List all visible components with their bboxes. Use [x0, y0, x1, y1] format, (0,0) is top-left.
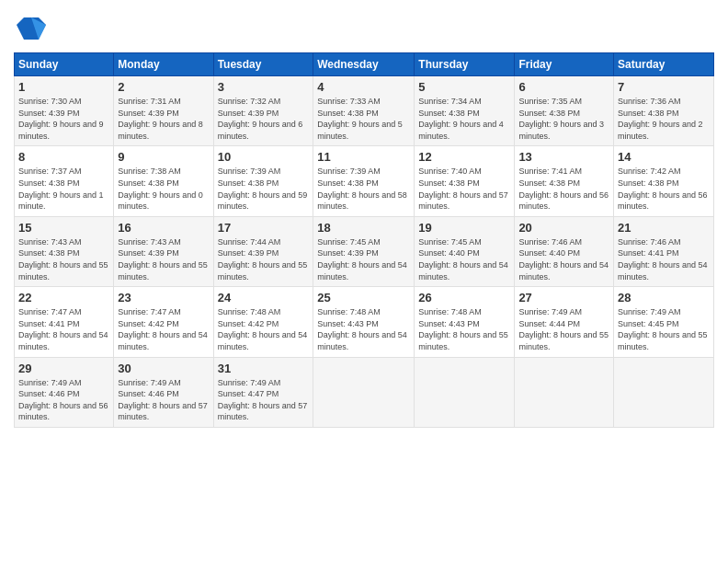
calendar-cell: 15Sunrise: 7:43 AMSunset: 4:38 PMDayligh… [15, 216, 114, 286]
page-container: SundayMondayTuesdayWednesdayThursdayFrid… [0, 0, 728, 437]
calendar-week-row: 8Sunrise: 7:37 AMSunset: 4:38 PMDaylight… [15, 146, 714, 216]
calendar-week-row: 15Sunrise: 7:43 AMSunset: 4:38 PMDayligh… [15, 216, 714, 286]
logo-icon [17, 14, 46, 43]
day-number: 4 [317, 80, 410, 94]
calendar-cell: 9Sunrise: 7:38 AMSunset: 4:38 PMDaylight… [114, 146, 213, 216]
day-detail: Sunrise: 7:47 AMSunset: 4:41 PMDaylight:… [18, 306, 109, 352]
day-number: 15 [18, 221, 109, 235]
day-number: 7 [618, 80, 710, 94]
weekday-header: Saturday [614, 53, 714, 76]
day-detail: Sunrise: 7:36 AMSunset: 4:38 PMDaylight:… [618, 96, 710, 142]
day-number: 26 [418, 291, 510, 304]
day-detail: Sunrise: 7:33 AMSunset: 4:38 PMDaylight:… [317, 96, 410, 142]
day-number: 27 [518, 291, 609, 304]
calendar-cell: 26Sunrise: 7:48 AMSunset: 4:43 PMDayligh… [415, 287, 515, 357]
calendar-cell: 17Sunrise: 7:44 AMSunset: 4:39 PMDayligh… [213, 216, 313, 286]
calendar-cell: 5Sunrise: 7:34 AMSunset: 4:38 PMDaylight… [415, 76, 515, 146]
day-detail: Sunrise: 7:44 AMSunset: 4:39 PMDaylight:… [218, 236, 310, 282]
day-number: 13 [518, 150, 609, 164]
day-detail: Sunrise: 7:45 AMSunset: 4:40 PMDaylight:… [418, 236, 510, 282]
calendar-cell: 12Sunrise: 7:40 AMSunset: 4:38 PMDayligh… [415, 146, 515, 216]
weekday-header: Wednesday [313, 53, 415, 76]
calendar-cell: 23Sunrise: 7:47 AMSunset: 4:42 PMDayligh… [114, 287, 213, 357]
day-detail: Sunrise: 7:32 AMSunset: 4:39 PMDaylight:… [218, 96, 310, 142]
calendar-cell: 7Sunrise: 7:36 AMSunset: 4:38 PMDaylight… [614, 76, 714, 146]
day-detail: Sunrise: 7:46 AMSunset: 4:40 PMDaylight:… [518, 236, 609, 282]
calendar-cell: 31Sunrise: 7:49 AMSunset: 4:47 PMDayligh… [213, 357, 313, 427]
day-detail: Sunrise: 7:34 AMSunset: 4:38 PMDaylight:… [418, 96, 510, 142]
day-number: 9 [118, 150, 209, 164]
day-number: 25 [317, 291, 410, 304]
calendar-week-row: 1Sunrise: 7:30 AMSunset: 4:39 PMDaylight… [15, 76, 714, 146]
day-detail: Sunrise: 7:38 AMSunset: 4:38 PMDaylight:… [118, 166, 209, 212]
weekday-header: Sunday [15, 53, 114, 76]
day-detail: Sunrise: 7:43 AMSunset: 4:39 PMDaylight:… [118, 236, 209, 282]
calendar-cell: 3Sunrise: 7:32 AMSunset: 4:39 PMDaylight… [213, 76, 313, 146]
day-detail: Sunrise: 7:47 AMSunset: 4:42 PMDaylight:… [118, 306, 209, 352]
calendar-body: 1Sunrise: 7:30 AMSunset: 4:39 PMDaylight… [15, 76, 714, 428]
calendar-cell [515, 357, 614, 427]
weekday-header: Thursday [415, 53, 515, 76]
calendar-cell: 19Sunrise: 7:45 AMSunset: 4:40 PMDayligh… [415, 216, 515, 286]
day-detail: Sunrise: 7:48 AMSunset: 4:43 PMDaylight:… [317, 306, 410, 352]
day-detail: Sunrise: 7:31 AMSunset: 4:39 PMDaylight:… [118, 96, 209, 142]
day-detail: Sunrise: 7:46 AMSunset: 4:41 PMDaylight:… [618, 236, 710, 282]
calendar-cell: 20Sunrise: 7:46 AMSunset: 4:40 PMDayligh… [515, 216, 614, 286]
day-number: 11 [317, 150, 410, 164]
day-number: 18 [317, 221, 410, 235]
day-number: 6 [518, 80, 609, 94]
calendar-cell [415, 357, 515, 427]
day-number: 29 [18, 362, 109, 375]
day-number: 17 [218, 221, 310, 235]
day-number: 3 [218, 80, 310, 94]
calendar-cell [614, 357, 714, 427]
calendar-week-row: 22Sunrise: 7:47 AMSunset: 4:41 PMDayligh… [15, 287, 714, 357]
day-detail: Sunrise: 7:49 AMSunset: 4:44 PMDaylight:… [518, 306, 609, 352]
day-number: 31 [218, 362, 310, 375]
calendar-cell: 30Sunrise: 7:49 AMSunset: 4:46 PMDayligh… [114, 357, 213, 427]
day-detail: Sunrise: 7:30 AMSunset: 4:39 PMDaylight:… [18, 96, 109, 142]
calendar-cell: 21Sunrise: 7:46 AMSunset: 4:41 PMDayligh… [614, 216, 714, 286]
calendar-cell: 28Sunrise: 7:49 AMSunset: 4:45 PMDayligh… [614, 287, 714, 357]
calendar-cell [313, 357, 415, 427]
day-detail: Sunrise: 7:39 AMSunset: 4:38 PMDaylight:… [218, 166, 310, 212]
day-detail: Sunrise: 7:40 AMSunset: 4:38 PMDaylight:… [418, 166, 510, 212]
day-detail: Sunrise: 7:35 AMSunset: 4:38 PMDaylight:… [518, 96, 609, 142]
calendar-table: SundayMondayTuesdayWednesdayThursdayFrid… [14, 52, 714, 428]
day-detail: Sunrise: 7:48 AMSunset: 4:42 PMDaylight:… [218, 306, 310, 352]
calendar-cell: 27Sunrise: 7:49 AMSunset: 4:44 PMDayligh… [515, 287, 614, 357]
calendar-cell: 22Sunrise: 7:47 AMSunset: 4:41 PMDayligh… [15, 287, 114, 357]
calendar-cell: 8Sunrise: 7:37 AMSunset: 4:38 PMDaylight… [15, 146, 114, 216]
day-number: 10 [218, 150, 310, 164]
calendar-cell: 4Sunrise: 7:33 AMSunset: 4:38 PMDaylight… [313, 76, 415, 146]
day-detail: Sunrise: 7:48 AMSunset: 4:43 PMDaylight:… [418, 306, 510, 352]
logo [14, 14, 46, 43]
calendar-header: SundayMondayTuesdayWednesdayThursdayFrid… [15, 53, 714, 76]
day-number: 16 [118, 221, 209, 235]
header-row: SundayMondayTuesdayWednesdayThursdayFrid… [15, 53, 714, 76]
day-number: 23 [118, 291, 209, 304]
calendar-week-row: 29Sunrise: 7:49 AMSunset: 4:46 PMDayligh… [15, 357, 714, 427]
calendar-cell: 14Sunrise: 7:42 AMSunset: 4:38 PMDayligh… [614, 146, 714, 216]
calendar-cell: 16Sunrise: 7:43 AMSunset: 4:39 PMDayligh… [114, 216, 213, 286]
day-number: 12 [418, 150, 510, 164]
day-detail: Sunrise: 7:49 AMSunset: 4:47 PMDaylight:… [218, 377, 310, 423]
calendar-cell: 11Sunrise: 7:39 AMSunset: 4:38 PMDayligh… [313, 146, 415, 216]
day-number: 8 [18, 150, 109, 164]
day-number: 19 [418, 221, 510, 235]
calendar-cell: 1Sunrise: 7:30 AMSunset: 4:39 PMDaylight… [15, 76, 114, 146]
calendar-cell: 29Sunrise: 7:49 AMSunset: 4:46 PMDayligh… [15, 357, 114, 427]
day-number: 20 [518, 221, 609, 235]
weekday-header: Monday [114, 53, 213, 76]
day-detail: Sunrise: 7:49 AMSunset: 4:46 PMDaylight:… [118, 377, 209, 423]
day-number: 2 [118, 80, 209, 94]
calendar-cell: 25Sunrise: 7:48 AMSunset: 4:43 PMDayligh… [313, 287, 415, 357]
day-number: 14 [618, 150, 710, 164]
day-detail: Sunrise: 7:49 AMSunset: 4:45 PMDaylight:… [618, 306, 710, 352]
day-detail: Sunrise: 7:42 AMSunset: 4:38 PMDaylight:… [618, 166, 710, 212]
day-detail: Sunrise: 7:45 AMSunset: 4:39 PMDaylight:… [317, 236, 410, 282]
calendar-cell: 10Sunrise: 7:39 AMSunset: 4:38 PMDayligh… [213, 146, 313, 216]
day-detail: Sunrise: 7:49 AMSunset: 4:46 PMDaylight:… [18, 377, 109, 423]
day-number: 28 [618, 291, 710, 304]
calendar-cell: 6Sunrise: 7:35 AMSunset: 4:38 PMDaylight… [515, 76, 614, 146]
